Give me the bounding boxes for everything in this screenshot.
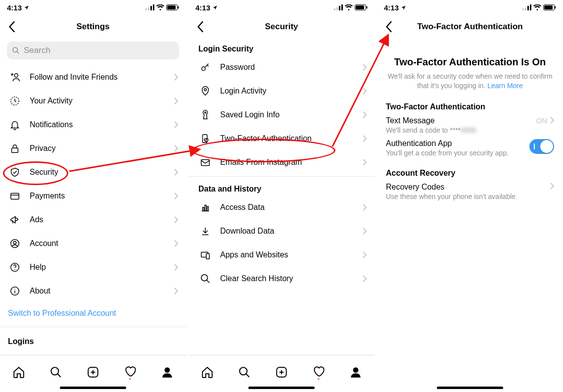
- settings-row[interactable]: Clear Search History: [188, 267, 375, 291]
- divider: [0, 327, 186, 327]
- profile-icon[interactable]: [349, 366, 362, 381]
- home-indicator: [60, 387, 126, 389]
- section-twofa: Two-Factor Authentication: [386, 102, 554, 111]
- info-icon: [8, 286, 22, 296]
- search-input[interactable]: Search: [7, 42, 179, 59]
- login-security-list: Password Login Activity Saved Login Info…: [188, 55, 375, 174]
- logins-heading: Logins: [0, 331, 186, 348]
- section-data-history: Data and History: [188, 179, 375, 196]
- recovery-codes-option[interactable]: Recovery Codes Use these when your phone…: [386, 183, 554, 200]
- wifi-icon: [345, 4, 353, 10]
- settings-row[interactable]: Apps and Websites: [188, 243, 375, 267]
- svg-point-38: [202, 67, 205, 70]
- recovery-label: Recovery Codes: [386, 183, 550, 192]
- chevron-right-icon: [363, 111, 367, 118]
- back-button[interactable]: [382, 20, 396, 34]
- row-label: About: [30, 287, 174, 295]
- settings-row[interactable]: Emails From Instagram: [188, 150, 375, 174]
- search-icon: [12, 47, 20, 54]
- svg-rect-63: [530, 4, 531, 10]
- svg-rect-44: [203, 207, 204, 211]
- chevron-right-icon: [550, 183, 554, 190]
- back-button[interactable]: [5, 20, 19, 34]
- activity-icon: [8, 96, 22, 106]
- settings-row[interactable]: About: [0, 279, 186, 303]
- activity-icon[interactable]: [124, 365, 137, 382]
- settings-row[interactable]: Two-Factor Authentication: [188, 127, 375, 150]
- add-post-icon[interactable]: [87, 366, 99, 381]
- svg-rect-62: [527, 6, 529, 10]
- svg-point-51: [201, 275, 208, 281]
- search-icon[interactable]: [238, 366, 251, 381]
- settings-row[interactable]: Follow and Invite Friends: [0, 65, 186, 89]
- chevron-right-icon: [174, 216, 178, 223]
- svg-line-8: [17, 51, 19, 53]
- row-label: Login Activity: [220, 87, 363, 96]
- status-time: 4:13: [7, 3, 22, 12]
- section-recovery: Account Recovery: [386, 169, 554, 178]
- auth-app-toggle[interactable]: [529, 139, 554, 154]
- svg-line-16: [12, 220, 13, 223]
- page-title: Two-Factor Authentication: [377, 22, 563, 32]
- location-icon: [24, 5, 29, 10]
- tab-bar: [377, 355, 563, 392]
- activity-icon[interactable]: [312, 365, 325, 382]
- svg-rect-34: [341, 4, 343, 10]
- settings-row[interactable]: Login Activity: [188, 79, 375, 103]
- svg-line-54: [246, 374, 249, 377]
- svg-point-7: [13, 48, 17, 52]
- chevron-right-icon: [174, 288, 178, 294]
- search-icon[interactable]: [49, 366, 62, 381]
- chevron-right-icon: [174, 193, 178, 199]
- svg-point-39: [204, 89, 207, 91]
- chevron-right-icon: [363, 88, 367, 95]
- learn-more-link[interactable]: Learn More: [487, 82, 523, 90]
- nav-header: Settings: [0, 15, 186, 39]
- profile-icon[interactable]: [161, 366, 174, 381]
- svg-line-52: [207, 280, 210, 283]
- settings-row[interactable]: Account: [0, 232, 186, 255]
- auth-app-option[interactable]: Authentication App You'll get a code fro…: [386, 139, 554, 157]
- settings-row[interactable]: Help: [0, 255, 186, 279]
- settings-row[interactable]: Security: [0, 160, 186, 184]
- status-bar: 4:13: [188, 0, 375, 15]
- chevron-right-icon: [363, 275, 367, 282]
- settings-row[interactable]: Payments: [0, 184, 186, 208]
- switch-professional-link[interactable]: Switch to Professional Account: [0, 303, 186, 324]
- recovery-desc: Use these when your phone isn't availabl…: [386, 193, 550, 200]
- text-message-status: ON: [536, 116, 548, 125]
- settings-row[interactable]: Ads: [0, 208, 186, 232]
- add-post-icon[interactable]: [275, 366, 288, 381]
- settings-row[interactable]: Download Data: [188, 219, 375, 243]
- svg-rect-2: [150, 6, 152, 10]
- svg-rect-65: [544, 5, 553, 9]
- location-icon: [212, 5, 218, 10]
- row-label: Account: [30, 239, 174, 248]
- settings-row[interactable]: Privacy: [0, 137, 186, 160]
- settings-row[interactable]: Saved Login Info: [188, 103, 375, 127]
- bars-icon: [198, 202, 212, 213]
- settings-row[interactable]: Password: [188, 55, 375, 79]
- settings-row[interactable]: Notifications: [0, 113, 186, 137]
- svg-rect-36: [356, 5, 364, 9]
- row-label: Ads: [30, 215, 174, 224]
- location-icon: [401, 5, 406, 10]
- settings-row[interactable]: Your Activity: [0, 89, 186, 113]
- signal-icon: [145, 4, 154, 10]
- home-icon[interactable]: [201, 366, 214, 381]
- chevron-right-icon: [174, 169, 178, 176]
- card-icon: [8, 191, 22, 201]
- row-label: Privacy: [30, 144, 174, 153]
- svg-point-58: [318, 378, 320, 380]
- mag-icon: [198, 273, 212, 284]
- status-bar: 4:13: [377, 0, 563, 15]
- svg-rect-60: [522, 8, 524, 10]
- svg-rect-3: [153, 4, 154, 10]
- settings-row[interactable]: Access Data: [188, 196, 375, 219]
- back-button[interactable]: [193, 20, 207, 34]
- download-icon: [198, 226, 212, 237]
- text-message-option[interactable]: Text Message We'll send a code to ****00…: [386, 116, 554, 134]
- home-icon[interactable]: [12, 366, 25, 381]
- bottom-tabs: [188, 355, 375, 387]
- row-label: Help: [30, 263, 174, 272]
